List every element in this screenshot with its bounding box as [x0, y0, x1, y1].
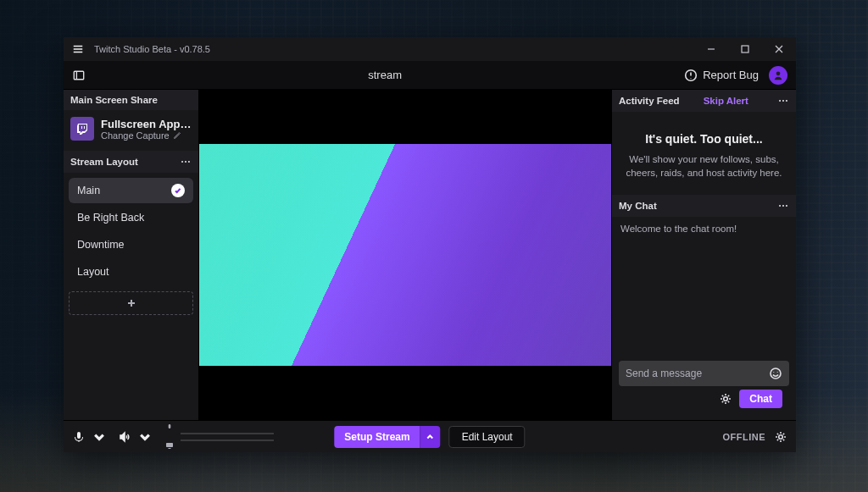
- setup-stream-button[interactable]: Setup Stream: [334, 426, 420, 448]
- chat-header-label: My Chat: [619, 201, 657, 211]
- main-area: Main Screen Share Fullscreen Applic... C…: [64, 90, 796, 420]
- warning-icon: [684, 69, 698, 82]
- svg-point-16: [724, 397, 728, 401]
- layout-item-label: Be Right Back: [77, 212, 144, 224]
- pencil-icon: [173, 131, 181, 140]
- smile-icon: [769, 367, 782, 380]
- svg-point-5: [185, 161, 186, 163]
- activity-feed-title: It's quiet. Too quiet...: [624, 132, 784, 146]
- mini-monitor-icon: [165, 438, 174, 453]
- speaker-button[interactable]: [118, 430, 131, 444]
- svg-point-11: [782, 205, 784, 207]
- capture-source-row[interactable]: Fullscreen Applic... Change Capture: [64, 110, 198, 151]
- stream-status: OFFLINE: [722, 432, 765, 442]
- emote-picker-button[interactable]: [769, 367, 782, 380]
- activity-feed-header: Activity Feed Skip Alert: [612, 90, 796, 112]
- ellipsis-icon: [180, 156, 192, 168]
- mic-dropdown-button[interactable]: [92, 430, 106, 444]
- mini-mic-icon: [165, 420, 174, 435]
- toolbar: stream Report Bug: [64, 61, 796, 90]
- gear-icon: [719, 392, 732, 406]
- report-bug-label: Report Bug: [703, 69, 759, 81]
- svg-point-3: [776, 71, 781, 75]
- layout-item-main[interactable]: Main: [69, 178, 193, 203]
- stream-layout-more-button[interactable]: [180, 156, 192, 168]
- preview-area: [199, 90, 611, 420]
- ellipsis-icon: [777, 95, 789, 107]
- svg-point-13: [771, 368, 781, 379]
- svg-point-14: [773, 372, 774, 373]
- settings-button[interactable]: [774, 430, 787, 444]
- window-maximize-button[interactable]: [728, 37, 762, 61]
- scene-title: stream: [86, 69, 684, 81]
- user-avatar-button[interactable]: [769, 66, 787, 85]
- twitch-app-icon: [70, 117, 94, 141]
- person-icon: [772, 69, 784, 81]
- window-title: Twitch Studio Beta - v0.78.5: [94, 44, 210, 54]
- activity-feed-body: It's quiet. Too quiet... We'll show your…: [612, 112, 796, 195]
- svg-point-6: [188, 161, 190, 163]
- mic-volume-slider[interactable]: [181, 433, 274, 434]
- svg-point-15: [777, 372, 778, 373]
- left-panel: Main Screen Share Fullscreen Applic... C…: [64, 90, 199, 420]
- window-close-button[interactable]: [762, 37, 796, 61]
- chat-messages: Welcome to the chat room!: [612, 217, 796, 361]
- layout-item-label: Main: [77, 185, 100, 196]
- svg-point-10: [779, 205, 781, 207]
- activity-feed-label: Activity Feed: [619, 96, 680, 106]
- chevron-down-icon: [138, 430, 152, 444]
- chat-input[interactable]: [626, 368, 769, 379]
- svg-point-12: [786, 205, 787, 207]
- report-bug-button[interactable]: Report Bug: [684, 69, 759, 82]
- chat-more-button[interactable]: [777, 200, 789, 212]
- stream-preview[interactable]: [199, 144, 611, 366]
- check-icon: [171, 184, 185, 197]
- skip-alert-button[interactable]: Skip Alert: [704, 96, 748, 106]
- main-screen-share-label: Main Screen Share: [70, 95, 158, 105]
- svg-point-7: [779, 100, 781, 102]
- chevron-down-icon: [92, 430, 106, 444]
- svg-rect-1: [74, 71, 83, 80]
- app-window: Twitch Studio Beta - v0.78.5 stream Repo…: [64, 37, 796, 452]
- change-capture-button[interactable]: Change Capture: [101, 130, 192, 141]
- activity-feed-more-button[interactable]: [777, 95, 789, 107]
- layout-item-layout[interactable]: Layout: [69, 259, 193, 285]
- collapse-sidebar-button[interactable]: [72, 69, 86, 82]
- stream-layout-label: Stream Layout: [70, 157, 138, 167]
- titlebar: Twitch Studio Beta - v0.78.5: [64, 37, 796, 61]
- desktop-volume-slider[interactable]: [181, 439, 274, 441]
- bottombar: Setup Stream Edit Layout OFFLINE: [64, 420, 796, 452]
- main-screen-share-header: Main Screen Share: [64, 90, 198, 110]
- edit-layout-button[interactable]: Edit Layout: [449, 426, 526, 448]
- chat-settings-button[interactable]: [719, 392, 732, 406]
- stream-layout-header: Stream Layout: [64, 151, 198, 173]
- svg-point-8: [782, 100, 784, 102]
- add-layout-button[interactable]: [69, 291, 193, 315]
- plus-icon: [126, 298, 136, 308]
- layout-item-brb[interactable]: Be Right Back: [69, 205, 193, 230]
- chat-send-button[interactable]: Chat: [739, 390, 782, 408]
- window-minimize-button[interactable]: [694, 37, 728, 61]
- layout-item-label: Layout: [77, 266, 109, 278]
- gear-icon: [774, 430, 787, 444]
- chat-header: My Chat: [612, 195, 796, 217]
- chat-welcome-text: Welcome to the chat room!: [620, 224, 737, 234]
- capture-source-title: Fullscreen Applic...: [101, 118, 192, 130]
- layout-item-downtime[interactable]: Downtime: [69, 232, 193, 257]
- svg-point-4: [181, 161, 183, 163]
- chevron-up-icon: [426, 433, 435, 441]
- svg-point-9: [786, 100, 787, 102]
- speaker-icon: [118, 430, 131, 444]
- svg-rect-17: [166, 443, 173, 447]
- svg-point-18: [779, 434, 783, 439]
- activity-feed-subtitle: We'll show your new follows, subs, cheer…: [624, 152, 784, 180]
- chat-input-wrap: [619, 361, 789, 386]
- setup-stream-dropdown-button[interactable]: [420, 426, 441, 448]
- speaker-dropdown-button[interactable]: [138, 430, 152, 444]
- mic-button[interactable]: [72, 430, 86, 444]
- svg-rect-0: [742, 46, 748, 53]
- mic-icon: [72, 430, 86, 444]
- right-panel: Activity Feed Skip Alert It's quiet. Too…: [611, 90, 796, 420]
- hamburger-menu-button[interactable]: [67, 37, 89, 61]
- layout-item-label: Downtime: [77, 239, 125, 251]
